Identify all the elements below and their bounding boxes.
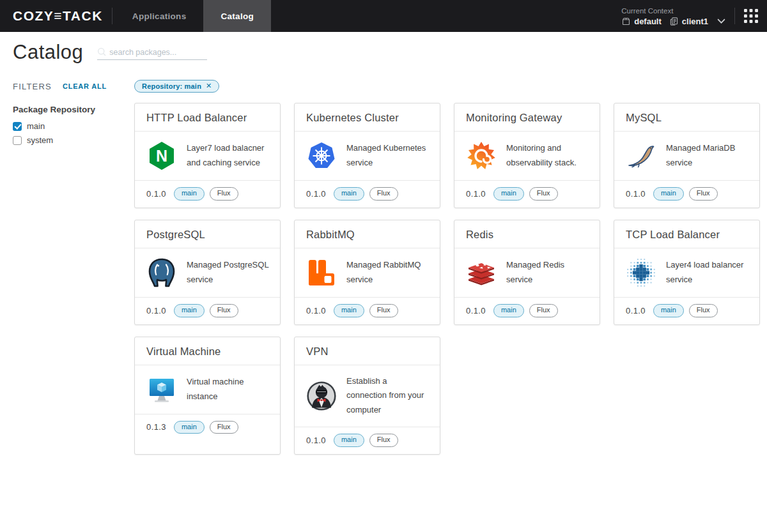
checkbox-unchecked-icon[interactable]: [13, 136, 22, 145]
package-card[interactable]: TCP Load Balancer Layer4 load balancer s…: [614, 220, 760, 325]
context-client[interactable]: client1: [669, 17, 708, 26]
current-context: Current Context default client1: [621, 6, 725, 26]
card-title: HTTP Load Balancer: [135, 103, 280, 131]
catalog-grid: HTTP Load Balancer N Layer7 load balacne…: [134, 103, 760, 455]
current-context-label: Current Context: [621, 7, 725, 15]
tag-pill-main: main: [174, 304, 205, 317]
card-title: VPN: [295, 337, 440, 365]
card-title: MySQL: [614, 103, 759, 131]
tag-pill-main: main: [493, 187, 524, 201]
card-description: Managed Redis service: [506, 258, 589, 287]
tag-pill-main: main: [493, 304, 524, 317]
tag-pill-main: main: [174, 187, 205, 201]
card-description: Layer4 load balancer service: [666, 258, 749, 287]
card-tags: mainFlux: [653, 304, 718, 317]
card-title: TCP Load Balancer: [614, 220, 759, 248]
card-version: 0.1.0: [466, 306, 486, 315]
card-tags: mainFlux: [334, 187, 398, 201]
main-nav: Applications Catalog: [115, 0, 271, 32]
apps-grid-icon[interactable]: [744, 9, 758, 23]
card-title: Monitoring Gateway: [454, 103, 600, 131]
card-version: 0.1.3: [146, 422, 166, 432]
card-description: Virtual machine instance: [187, 375, 270, 404]
chevron-down-icon[interactable]: [717, 19, 725, 24]
tag-pill-flux: Flux: [210, 187, 238, 201]
tab-applications[interactable]: Applications: [115, 0, 204, 32]
filter-option-main[interactable]: main: [13, 121, 134, 131]
card-tags: mainFlux: [174, 421, 238, 434]
mariadb-seal-icon: [626, 141, 656, 171]
virtual-machine-icon: [146, 374, 177, 405]
tcp-lb-icon: [626, 257, 656, 288]
card-title: Virtual Machine: [135, 337, 280, 365]
tag-pill-flux: Flux: [210, 304, 238, 317]
package-card[interactable]: Monitoring Gateway Monitoring and observ…: [454, 103, 600, 208]
card-version: 0.1.0: [466, 189, 486, 199]
cozystack-logo: COZY≡TACK: [13, 8, 103, 24]
rabbitmq-icon: [306, 257, 337, 288]
package-card[interactable]: PostgreSQL Managed PostgreSQL service 0.…: [134, 220, 281, 325]
tag-pill-flux: Flux: [689, 304, 718, 317]
kubernetes-icon: [306, 141, 337, 171]
package-card[interactable]: RabbitMQ Managed RabbitMQ service 0.1.0 …: [294, 220, 440, 325]
package-card[interactable]: HTTP Load Balancer N Layer7 load balacne…: [134, 103, 281, 208]
copy-icon: [669, 17, 679, 26]
package-card[interactable]: Virtual Machine Virtual machine instance…: [134, 337, 281, 455]
tag-pill-main: main: [653, 187, 684, 201]
card-description: Managed RabbitMQ service: [346, 258, 430, 287]
card-description: Monitoring and observability stack.: [506, 141, 589, 171]
card-title: Kubernetes Cluster: [295, 103, 440, 131]
card-description: Establish a connection from your compute…: [346, 374, 430, 418]
card-tags: mainFlux: [334, 434, 398, 447]
card-description: Managed Kubernetes service: [346, 141, 430, 171]
box-icon: [621, 17, 631, 26]
search-field: [97, 47, 207, 60]
tag-pill-main: main: [334, 187, 364, 201]
vpn-icon: [306, 381, 337, 411]
package-card[interactable]: MySQL Managed MariaDB service 0.1.0 main…: [614, 103, 760, 208]
context-cluster[interactable]: default: [621, 17, 662, 26]
filter-group-title: Package Repository: [13, 105, 134, 114]
card-version: 0.1.0: [626, 306, 646, 315]
card-title: Redis: [454, 220, 600, 248]
card-version: 0.1.0: [306, 189, 326, 199]
card-tags: mainFlux: [493, 187, 558, 201]
filters-sidebar: FILTERS CLEAR ALL Package Repository mai…: [13, 80, 134, 455]
tag-pill-flux: Flux: [369, 187, 398, 201]
tag-pill-flux: Flux: [529, 187, 558, 201]
tag-pill-main: main: [174, 421, 205, 434]
chip-label: Repository: main: [142, 82, 201, 90]
tag-pill-flux: Flux: [369, 434, 398, 447]
redis-icon: [466, 257, 497, 288]
search-icon: [97, 47, 107, 57]
card-tags: mainFlux: [493, 304, 558, 317]
package-card[interactable]: Redis Managed Redis service 0.1.0 mainFl…: [454, 220, 600, 325]
checkbox-checked-icon[interactable]: [13, 122, 22, 131]
card-description: Layer7 load balacner and caching service: [187, 141, 270, 171]
package-card[interactable]: Kubernetes Cluster Managed Kubernetes se…: [294, 103, 440, 208]
tag-pill-main: main: [653, 304, 684, 317]
close-icon[interactable]: [206, 82, 212, 90]
filters-title: FILTERS: [13, 82, 52, 91]
svg-text:N: N: [156, 147, 167, 165]
card-tags: mainFlux: [174, 304, 238, 317]
card-title: RabbitMQ: [295, 220, 440, 248]
header-divider: [734, 8, 735, 24]
clear-all-button[interactable]: CLEAR ALL: [63, 82, 107, 90]
card-version: 0.1.0: [626, 189, 646, 199]
search-input[interactable]: [109, 48, 206, 57]
package-card[interactable]: VPN Establish a connection from your com…: [294, 337, 440, 455]
context-cluster-name: default: [634, 17, 662, 26]
card-tags: mainFlux: [653, 187, 718, 201]
tag-pill-flux: Flux: [529, 304, 558, 317]
header-divider: [112, 8, 112, 24]
top-navbar: COZY≡TACK Applications Catalog Current C…: [0, 0, 767, 32]
filter-option-system[interactable]: system: [13, 135, 134, 145]
filter-option-label: system: [27, 135, 53, 145]
card-tags: mainFlux: [334, 304, 398, 317]
tag-pill-main: main: [334, 434, 364, 447]
active-filter-chip[interactable]: Repository: main: [134, 80, 219, 93]
tab-catalog[interactable]: Catalog: [203, 0, 271, 32]
filter-options: mainsystem: [13, 121, 134, 145]
grafana-icon: [466, 141, 497, 171]
